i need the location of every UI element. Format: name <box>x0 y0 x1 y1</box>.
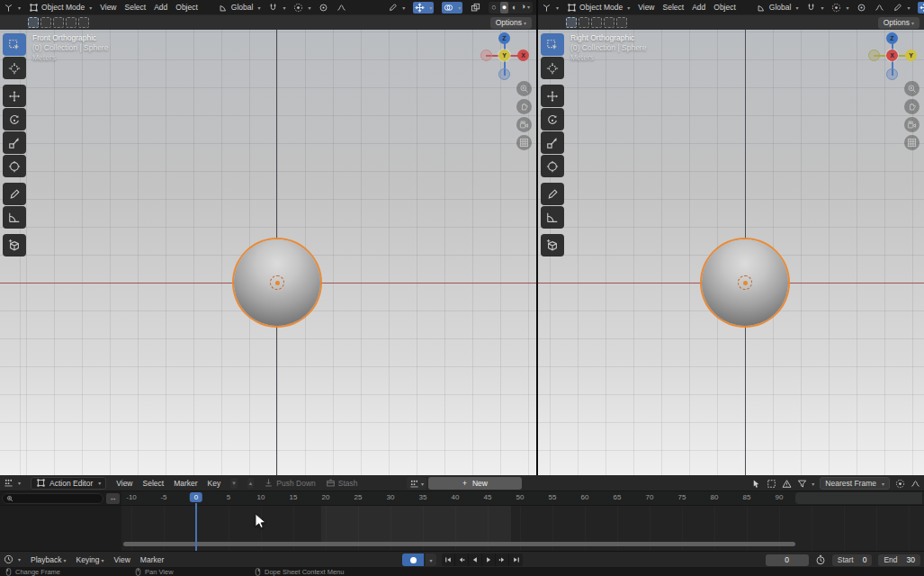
gizmo-axis-top[interactable]: Z <box>498 32 510 44</box>
show-overlays-dropdown[interactable] <box>442 2 462 14</box>
select-mode-invert[interactable] <box>604 17 615 28</box>
dope-sheet-main[interactable] <box>0 506 924 551</box>
show-gizmo-dropdown[interactable] <box>918 2 924 14</box>
gizmo-axis-bottom[interactable] <box>498 68 510 80</box>
only-selected-filter-icon[interactable] <box>751 479 761 489</box>
tool-transform[interactable] <box>541 155 564 177</box>
tool-scale[interactable] <box>3 131 26 154</box>
use-preview-range-icon[interactable] <box>815 554 826 565</box>
filter-dropdown[interactable] <box>797 479 814 489</box>
nav-gizmo[interactable]: Z Y X <box>868 32 919 82</box>
select-mode-intersect[interactable] <box>616 17 627 28</box>
move-channel-down-button[interactable]: ▾ <box>230 478 238 489</box>
select-mode-set[interactable] <box>28 17 39 28</box>
orientation-dropdown[interactable]: Global <box>757 3 799 13</box>
menu-add[interactable]: Add <box>692 3 705 12</box>
falloff-icon[interactable] <box>875 3 884 13</box>
tool-annotate[interactable] <box>541 183 564 205</box>
gizmo-axis-left[interactable] <box>480 50 492 61</box>
select-mode-extend[interactable] <box>579 17 589 28</box>
tool-transform[interactable] <box>3 155 26 177</box>
tool-move[interactable] <box>3 85 26 107</box>
editor-type-dropdown[interactable] <box>4 478 21 488</box>
select-mode-subtract[interactable] <box>591 17 602 28</box>
pan-icon[interactable] <box>904 99 920 114</box>
viewport-canvas-right[interactable]: Right Orthographic (0) Collection | Sphe… <box>538 30 924 475</box>
tool-cursor[interactable] <box>541 57 564 79</box>
xray-toggle[interactable] <box>471 3 480 13</box>
pivot-point-icon[interactable] <box>857 3 866 13</box>
menu-key[interactable]: Key <box>208 479 221 488</box>
gizmo-axis-bottom[interactable] <box>886 68 898 80</box>
menu-view[interactable]: View <box>116 479 132 488</box>
menu-add[interactable]: Add <box>154 3 167 12</box>
pan-icon[interactable] <box>516 99 532 114</box>
orientation-dropdown[interactable]: Global <box>219 3 261 13</box>
jump-to-start-button[interactable] <box>442 554 455 566</box>
ruler-scrollbar[interactable] <box>795 492 922 504</box>
select-mode-invert[interactable] <box>66 17 76 28</box>
select-mode-intersect[interactable] <box>78 17 89 28</box>
jump-to-end-button[interactable] <box>509 554 523 566</box>
horizontal-scrollbar[interactable] <box>123 542 795 546</box>
tool-rotate[interactable] <box>3 108 26 130</box>
zoom-icon[interactable] <box>516 81 532 96</box>
snap-dropdown[interactable] <box>806 3 823 13</box>
tool-measure[interactable] <box>541 206 564 229</box>
frame-end-field[interactable]: End30 <box>878 554 920 566</box>
pivot-point-icon[interactable] <box>318 3 328 13</box>
menu-view[interactable]: View <box>638 3 654 12</box>
falloff-icon[interactable] <box>336 3 346 13</box>
gizmo-axis-right[interactable]: X <box>517 50 529 61</box>
camera-icon[interactable] <box>904 117 920 132</box>
tool-select-box[interactable] <box>541 33 564 56</box>
sphere-object[interactable] <box>234 239 320 326</box>
zoom-extents-button[interactable]: ↔ <box>106 493 120 504</box>
menu-view[interactable]: View <box>114 555 130 564</box>
perspective-icon[interactable] <box>904 135 920 150</box>
frame-start-field[interactable]: Start0 <box>832 554 873 566</box>
menu-select[interactable]: Select <box>663 3 685 12</box>
proportional-editing-dropdown[interactable] <box>831 3 848 13</box>
options-dropdown[interactable]: Options <box>878 17 920 29</box>
channel-search-input[interactable] <box>2 493 103 504</box>
menu-select[interactable]: Select <box>125 3 147 12</box>
show-gizmo-dropdown[interactable] <box>413 2 434 14</box>
move-channel-up-button[interactable]: ▴ <box>247 478 255 489</box>
timeline-ruler[interactable]: -10-505101520253035404550556065707580859… <box>121 491 924 506</box>
auto-keying-dropdown[interactable]: ▾ <box>426 554 436 566</box>
shading-wireframe-button[interactable]: ○ <box>491 2 496 14</box>
sphere-object[interactable] <box>702 239 788 326</box>
selected-keys-filter-icon[interactable] <box>767 479 776 489</box>
editor-type-dropdown[interactable] <box>542 3 559 13</box>
mode-dropdown[interactable]: Object Mode <box>567 3 630 13</box>
menu-marker[interactable]: Marker <box>174 479 197 488</box>
gizmo-axis-center[interactable]: Y <box>498 50 510 61</box>
snap-dropdown[interactable] <box>268 3 285 13</box>
current-frame-indicator[interactable]: 0 <box>190 492 202 502</box>
gizmo-axis-top[interactable]: Z <box>886 32 898 44</box>
previous-keyframe-button[interactable] <box>455 554 469 566</box>
tool-measure[interactable] <box>3 206 26 229</box>
menu-object[interactable]: Object <box>713 3 736 12</box>
menu-playback[interactable]: Playback <box>31 555 67 564</box>
tool-annotate[interactable] <box>3 183 26 205</box>
menu-select[interactable]: Select <box>143 479 165 488</box>
proportional-editing-dropdown[interactable] <box>293 3 310 13</box>
select-mode-subtract[interactable] <box>53 17 64 28</box>
new-action-button[interactable]: +New <box>428 477 522 490</box>
active-tool-icon[interactable] <box>893 3 910 13</box>
current-frame-field[interactable]: 0 <box>766 554 809 566</box>
camera-icon[interactable] <box>516 117 532 132</box>
shading-material-button[interactable]: ◐ <box>512 2 516 14</box>
tool-move[interactable] <box>541 85 564 107</box>
tool-cursor[interactable] <box>3 57 26 79</box>
select-mode-extend[interactable] <box>40 17 51 28</box>
editor-type-dropdown[interactable] <box>4 3 21 13</box>
auto-keying-toggle[interactable] <box>402 554 424 566</box>
show-errors-icon[interactable] <box>782 479 792 489</box>
play-button[interactable] <box>482 554 496 566</box>
falloff-icon[interactable] <box>911 479 920 489</box>
select-mode-set[interactable] <box>566 17 577 28</box>
active-tool-icon[interactable] <box>388 3 405 13</box>
